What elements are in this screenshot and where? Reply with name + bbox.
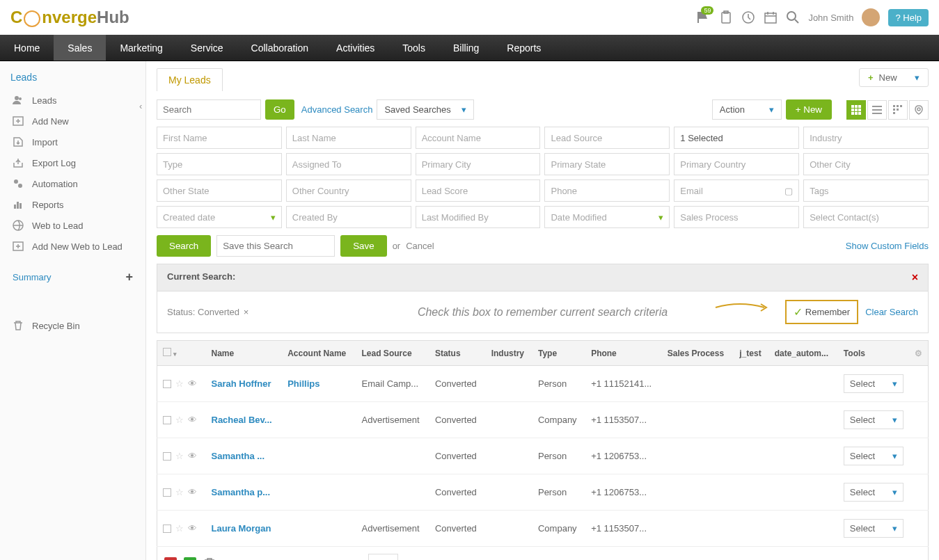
row-select-dropdown[interactable]: Select▾: [844, 483, 904, 502]
filter-other-city[interactable]: Other City: [803, 153, 929, 175]
filter-tags[interactable]: Tags: [803, 179, 929, 202]
go-button[interactable]: Go: [265, 99, 294, 120]
list-view-icon[interactable]: [867, 100, 887, 120]
lead-name-link[interactable]: Racheal Bev...: [212, 415, 272, 425]
filter-last-modified-by[interactable]: Last Modified By: [416, 206, 541, 228]
col-account[interactable]: Account Name: [282, 341, 356, 366]
gear-icon[interactable]: ⚙: [915, 349, 922, 358]
save-search-input[interactable]: [216, 235, 335, 257]
search-button[interactable]: Search: [157, 235, 211, 257]
col-type[interactable]: Type: [532, 341, 585, 366]
row-select-dropdown[interactable]: Select▾: [844, 447, 904, 465]
close-icon[interactable]: ×: [912, 271, 918, 284]
lead-name-link[interactable]: Samantha ...: [212, 451, 265, 461]
action-dropdown[interactable]: Action▾: [712, 99, 782, 120]
row-checkbox[interactable]: [163, 452, 171, 461]
saved-searches-dropdown[interactable]: Saved Searches▾: [377, 99, 474, 120]
filter-primary-state[interactable]: Primary State: [544, 153, 670, 175]
filter-select-contacts[interactable]: Select Contact(s): [803, 206, 929, 228]
lead-name-link[interactable]: Samantha p...: [212, 487, 271, 497]
row-checkbox[interactable]: [163, 380, 171, 388]
mask-icon[interactable]: 👁: [188, 523, 197, 534]
row-checkbox[interactable]: [163, 525, 171, 533]
avatar[interactable]: [862, 8, 880, 26]
lead-name-link[interactable]: Sarah Hoffner: [212, 378, 271, 389]
col-tools[interactable]: Tools: [838, 341, 909, 366]
col-jtest[interactable]: j_test: [734, 341, 768, 366]
star-icon[interactable]: ☆: [175, 451, 184, 461]
rows-per-page-dropdown[interactable]: 50▾: [368, 554, 398, 560]
tab-my-leads[interactable]: My Leads: [157, 68, 223, 91]
col-status[interactable]: Status: [429, 341, 486, 366]
filter-sales-process[interactable]: Sales Process: [674, 206, 799, 228]
map-view-icon[interactable]: [909, 100, 929, 120]
filter-date-modified[interactable]: Date Modified▾: [544, 206, 670, 228]
nav-collaboration[interactable]: Collaboration: [237, 35, 323, 61]
mask-icon[interactable]: 👁: [188, 451, 197, 461]
excel-icon[interactable]: [184, 557, 196, 561]
sidebar-collapse-icon[interactable]: ‹: [139, 101, 142, 111]
plus-icon[interactable]: +: [125, 270, 133, 285]
sidebar-item-webtolead[interactable]: Web to Lead: [0, 215, 145, 236]
sidebar-item-addwebtolead[interactable]: Add New Web to Lead: [0, 236, 145, 257]
filter-other-state[interactable]: Other State: [157, 179, 282, 202]
lead-name-link[interactable]: Laura Morgan: [212, 523, 271, 534]
flag-icon[interactable]: 59: [697, 10, 711, 24]
nav-service[interactable]: Service: [177, 35, 237, 61]
remember-checkbox[interactable]: ✓ Remember: [785, 300, 858, 324]
filter-primary-country[interactable]: Primary Country: [674, 153, 799, 175]
trash-icon[interactable]: [203, 557, 216, 561]
filter-last-name[interactable]: Last Name: [286, 127, 411, 149]
advanced-search-link[interactable]: Advanced Search: [301, 104, 373, 115]
col-sales-process[interactable]: Sales Process: [662, 341, 734, 366]
row-checkbox[interactable]: [163, 416, 171, 424]
select-all-checkbox[interactable]: [163, 348, 171, 356]
filter-lead-score[interactable]: Lead Score: [416, 179, 541, 202]
star-icon[interactable]: ☆: [175, 523, 184, 534]
filter-assigned-to[interactable]: Assigned To: [286, 153, 411, 175]
clock-icon[interactable]: [741, 10, 755, 24]
filter-other-country[interactable]: Other Country: [286, 179, 411, 202]
filter-created-date[interactable]: Created date▾: [157, 206, 282, 228]
filter-first-name[interactable]: First Name: [157, 127, 282, 149]
chevron-down-icon[interactable]: ▾: [173, 351, 177, 358]
grid-view-icon[interactable]: [846, 100, 866, 120]
sidebar-item-addnew[interactable]: Add New: [0, 111, 145, 131]
sidebar-item-import[interactable]: Import: [0, 131, 145, 152]
sidebar-item-reports[interactable]: Reports: [0, 194, 145, 215]
account-link[interactable]: Phillips: [287, 378, 319, 389]
filter-type[interactable]: Type: [157, 153, 282, 175]
col-source[interactable]: Lead Source: [356, 341, 429, 366]
row-select-dropdown[interactable]: Select▾: [844, 519, 904, 538]
new-button[interactable]: + New: [786, 99, 832, 120]
star-icon[interactable]: ☆: [175, 415, 184, 425]
nav-marketing[interactable]: Marketing: [106, 35, 176, 61]
help-button[interactable]: ? Help: [888, 9, 929, 26]
filter-phone[interactable]: Phone: [544, 179, 670, 202]
mask-icon[interactable]: 👁: [188, 378, 197, 389]
sidebar-summary[interactable]: Summary+: [0, 260, 145, 294]
save-button[interactable]: Save: [340, 235, 386, 257]
logo[interactable]: CnvergeHub: [10, 8, 129, 27]
nav-billing[interactable]: Billing: [439, 35, 493, 61]
col-phone[interactable]: Phone: [585, 341, 662, 366]
mask-icon[interactable]: 👁: [188, 487, 197, 497]
filter-created-by[interactable]: Created By: [286, 206, 411, 228]
row-checkbox[interactable]: [163, 488, 171, 497]
col-industry[interactable]: Industry: [486, 341, 532, 366]
star-icon[interactable]: ☆: [175, 487, 184, 497]
sidebar-item-exportlog[interactable]: Export Log: [0, 152, 145, 173]
search-input[interactable]: [157, 99, 261, 120]
pdf-icon[interactable]: [164, 557, 177, 561]
col-name[interactable]: Name: [206, 341, 283, 366]
nav-sales[interactable]: Sales: [54, 35, 106, 61]
star-icon[interactable]: ☆: [175, 378, 184, 389]
sidebar-item-automation[interactable]: Automation: [0, 173, 145, 194]
search-icon[interactable]: [786, 10, 800, 24]
filter-primary-city[interactable]: Primary City: [416, 153, 541, 175]
filter-email[interactable]: Email▢: [674, 179, 799, 202]
filter-industry[interactable]: Industry: [803, 127, 929, 149]
filter-lead-source[interactable]: Lead Source: [544, 127, 670, 149]
clear-search-link[interactable]: Clear Search: [865, 307, 918, 317]
kanban-view-icon[interactable]: [888, 100, 908, 120]
